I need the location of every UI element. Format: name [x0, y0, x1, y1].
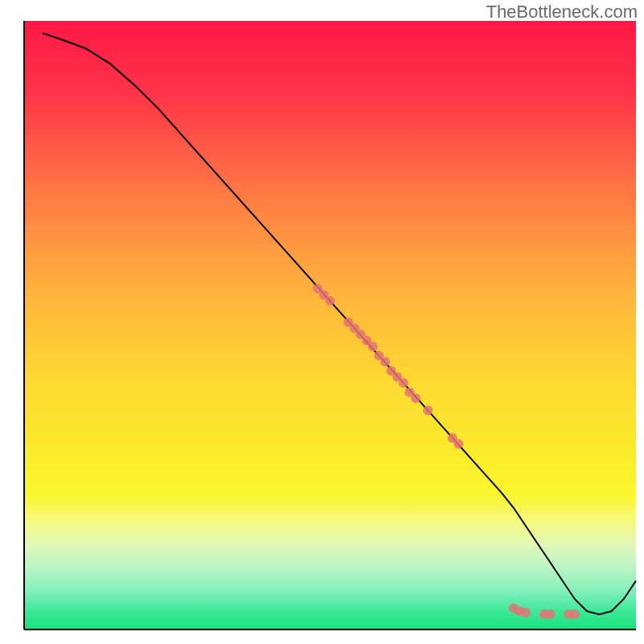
scatter-point	[570, 609, 580, 619]
bottom-border	[0, 630, 644, 644]
scatter-point	[546, 609, 555, 619]
gradient-background	[24, 21, 636, 630]
scatter-point	[454, 439, 464, 448]
right-border	[636, 0, 644, 644]
scatter-point	[380, 357, 390, 366]
scatter-point	[325, 296, 335, 306]
scatter-point	[368, 342, 378, 352]
bottleneck-chart	[0, 0, 644, 644]
chart-container: TheBottleneck.com	[0, 0, 644, 644]
scatter-point	[423, 406, 433, 415]
scatter-point	[411, 394, 420, 403]
watermark-text: TheBottleneck.com	[486, 2, 638, 23]
scatter-point	[398, 378, 408, 388]
scatter-point	[521, 608, 530, 617]
left-border	[0, 0, 24, 644]
